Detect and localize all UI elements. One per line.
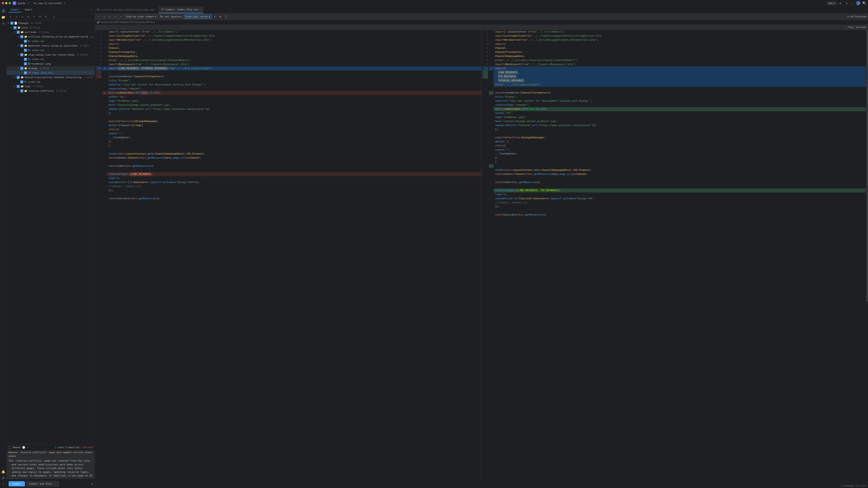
diff-right-content[interactable]: 123456789 10 16 36 ✓ xyxy=(482,30,868,483)
diff-settings-2-button[interactable]: ⚙ xyxy=(218,14,223,19)
play-button[interactable]: ▶ xyxy=(839,1,843,5)
django-folder[interactable]: ▼ ✓ 📁 django 1 file xyxy=(7,66,95,70)
project-icon[interactable]: 📁 xyxy=(1,14,6,20)
critical-thinking-index-md[interactable]: ▶ ✓ M↓ index.md xyxy=(7,39,95,43)
hash-icon: 🔗 xyxy=(97,21,99,24)
diff-left-content[interactable]: 123456789 10 16 36 xyxy=(95,30,482,483)
diff-settings-button[interactable]: ⚙ xyxy=(43,14,49,19)
undo-button[interactable]: ↺ xyxy=(14,14,19,19)
right-line-10d: TUTORIAL_RESOURCE, xyxy=(493,78,866,83)
dev-branch-selector[interactable]: dev ▼ xyxy=(827,1,837,5)
check-accept-16[interactable]: ✓ xyxy=(489,91,493,95)
amend-checkbox[interactable] xyxy=(8,446,11,449)
tab-more-icon[interactable]: ⋯ xyxy=(865,8,866,11)
left-line-18: logo: "thumbnail.png", xyxy=(107,99,482,103)
forward-button[interactable]: → xyxy=(119,14,123,19)
view-mode-selector[interactable]: Side-by-side viewer ▼ xyxy=(124,14,158,19)
stop-uaing-thumbnail[interactable]: ▶ ✓ 🖼 thumbnail.png xyxy=(7,61,95,66)
left-line-11 xyxy=(107,70,482,74)
edit-button[interactable]: ✏ xyxy=(107,14,112,19)
prev-diff-button[interactable]: ↑ xyxy=(96,14,101,19)
right-line-9: import { BaseLayout } from "../../layout… xyxy=(493,62,866,66)
tab-extract-method[interactable]: M↓ extract-method-refactoring/index.md ✕ xyxy=(95,6,159,13)
django-index-tsx[interactable]: ▶ ✓ TS index.11ty.tsx xyxy=(7,70,95,75)
clock-icon[interactable]: 🕐 xyxy=(22,446,25,449)
avatar[interactable]: 👤 xyxy=(856,1,860,5)
search-button[interactable]: 🔍 xyxy=(862,1,866,5)
left-line-20: subnav: [{ title: "PyCharm", url: "https… xyxy=(107,107,482,111)
check-accept-10[interactable]: ✓ xyxy=(489,66,493,70)
help-icon[interactable]: ? xyxy=(1,482,6,487)
back-button[interactable]: ← xyxy=(113,14,118,19)
tab-commit[interactable]: Commit xyxy=(8,7,21,12)
notifications-icon[interactable]: 🔔 xyxy=(1,469,6,475)
diff-help-button[interactable]: ? xyxy=(223,14,228,19)
right-line-10c: TIP_RESOURCE, xyxy=(493,74,866,78)
commit-and-push-button[interactable]: Commit and Push... xyxy=(26,481,59,487)
maximize-traffic-light[interactable] xyxy=(8,2,11,4)
expand-row-15 xyxy=(102,87,107,91)
changes-section[interactable]: ▼ ✓ 📄 Changes 9 files xyxy=(7,21,95,25)
commit-button[interactable]: Commit xyxy=(8,481,25,486)
resolve-conflicts-folder[interactable]: ▶ ✓ 📁 resolve-conflicts 2 files xyxy=(7,89,95,93)
git-log-icon[interactable] xyxy=(1,475,6,481)
tips-folder[interactable]: ▶ ✓ 📁 tips 3 files xyxy=(7,84,95,89)
left-line-14: subtitle: "Tips and content for developm… xyxy=(107,83,482,87)
right-scrollbar[interactable] xyxy=(866,30,868,483)
redo-button[interactable]: ↻ xyxy=(20,14,25,19)
status-settings[interactable]: ⚙ Language Services xyxy=(841,484,866,487)
check-accept-36[interactable]: ✓ xyxy=(489,164,493,168)
ignore-mode-selector[interactable]: Do not ignore ▼ xyxy=(158,14,183,19)
panel-close-button[interactable]: ✕ xyxy=(90,8,93,12)
commit-detail-msg[interactable]: The 'resolve-conflicts' page was removed… xyxy=(7,459,95,479)
refresh-button[interactable]: ↻ xyxy=(8,14,13,19)
commit-short-msg: Remove 'resolve-conflicts' page and upda… xyxy=(7,450,95,459)
generate-tests-folder[interactable]: ▼ ✓ 📁 generate-tests-using-ai-assistant … xyxy=(7,43,95,48)
structure-icon[interactable]: ⊞ xyxy=(1,21,6,26)
title-bar-right: dev ▼ ▶ ⚙ ⋯ 👤 🔍 xyxy=(827,1,866,5)
stop-uaing-index-md[interactable]: ▶ ✓ M↓ index.md xyxy=(7,57,95,61)
project-name[interactable]: guide xyxy=(18,2,26,5)
amend-extra-icon[interactable]: ↩ xyxy=(27,446,29,449)
next-diff-button[interactable]: ↓ xyxy=(102,14,107,19)
git-icon[interactable] xyxy=(1,8,6,13)
dotnet-tips-folder[interactable]: ▼ ✓ 📁 dotnet/tips/extract-method-refacto… xyxy=(7,75,95,79)
left-line-19: hero: "/assets/django_splash_gradient.sv… xyxy=(107,103,482,107)
generate-tests-index-md[interactable]: ▶ ✓ M↓ index.md xyxy=(7,48,95,53)
eye-button[interactable]: 👁 xyxy=(37,14,42,19)
right-line-2: import ListingSection from "../../layout… xyxy=(493,34,866,38)
title-bar: G guide ▼ | hs_new_ai_assistant ▼ dev ▼ … xyxy=(0,0,868,6)
right-line-17: author: "hs", xyxy=(493,111,866,115)
more-button[interactable]: ⋯ xyxy=(850,1,855,5)
tab-extract-close-icon[interactable]: ✕ xyxy=(155,8,156,11)
stop-uaing-folder[interactable]: ▼ ✓ 📁 stop-uaing-lims-for-these-tasks 2 … xyxy=(7,53,95,57)
ai-links-folder[interactable]: ▼ ✓ 📁 ai/links 4 files xyxy=(7,30,95,34)
svg-point-1 xyxy=(2,11,3,12)
branch-dropdown-icon[interactable]: ▼ xyxy=(64,2,65,4)
critical-thinking-folder[interactable]: ▼ ✓ 📁 critical-thinking-in-an-ai-powered… xyxy=(7,34,95,39)
right-scrollbar-thumb[interactable] xyxy=(866,30,868,302)
close-diff-button[interactable]: ✕ xyxy=(213,14,217,19)
tab-commit-index[interactable]: TS Commit: index.11ty.tsx ✕ xyxy=(159,6,204,13)
minimize-traffic-light[interactable] xyxy=(5,2,7,4)
close-traffic-light[interactable] xyxy=(2,2,4,4)
site-folder[interactable]: ▼ ✓ 📁 site 9 files xyxy=(7,25,95,30)
left-line-2: import ListingSection from "../../layout… xyxy=(107,34,482,38)
tab-shelf[interactable]: Shelf xyxy=(23,7,34,12)
expand-all-button[interactable]: ⊕ xyxy=(26,14,31,19)
expand-btn-16[interactable]: » xyxy=(102,91,107,95)
hash-bar: 🔗 e0e90a3a8cb80f3d489bb7429fd6f228cd904d… xyxy=(95,20,868,25)
highlight-words-button[interactable]: Highlight words ▼ xyxy=(184,14,212,19)
close-toolbar-button[interactable]: ✕ xyxy=(51,14,56,19)
panel-more-button[interactable]: ⋯ xyxy=(87,8,90,12)
collapse-all-button[interactable]: ⊖ xyxy=(32,14,37,19)
expand-btn-10[interactable]: » xyxy=(102,66,107,70)
branch-name[interactable]: hs_new_ai_assistant xyxy=(34,2,62,5)
warning-icon: ⚠ xyxy=(845,26,847,29)
settings-gear-icon[interactable]: ⚙ xyxy=(91,482,93,486)
project-dropdown-icon[interactable]: ▼ xyxy=(27,2,29,4)
settings-button[interactable]: ⚙ xyxy=(844,1,848,5)
right-line-18: logo: "thumbnail.png", xyxy=(493,115,866,119)
tab-commit-close-icon[interactable]: ✕ xyxy=(199,8,201,11)
dotnet-tips-index-md[interactable]: ▶ ✓ M↓ index.md xyxy=(7,79,95,84)
